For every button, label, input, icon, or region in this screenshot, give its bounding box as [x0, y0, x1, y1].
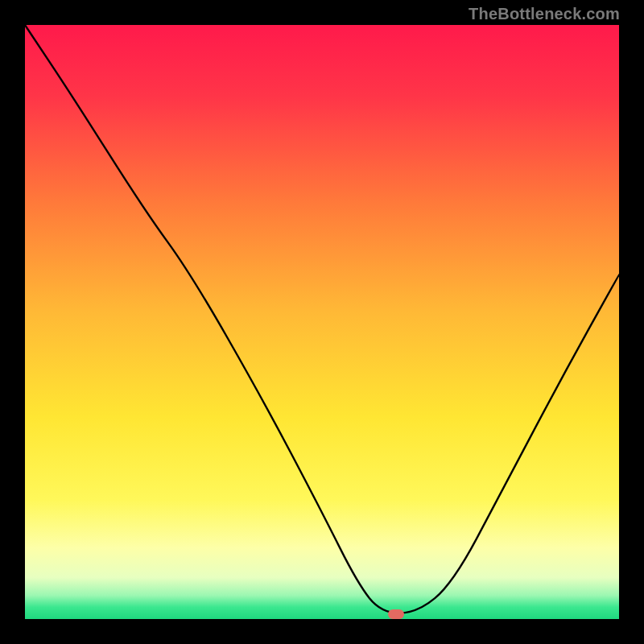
bottleneck-curve: [25, 25, 619, 619]
watermark-text: TheBottleneck.com: [469, 5, 620, 23]
plot-area: [25, 25, 619, 619]
chart-frame: TheBottleneck.com: [0, 0, 644, 644]
optimum-marker: [388, 609, 404, 619]
